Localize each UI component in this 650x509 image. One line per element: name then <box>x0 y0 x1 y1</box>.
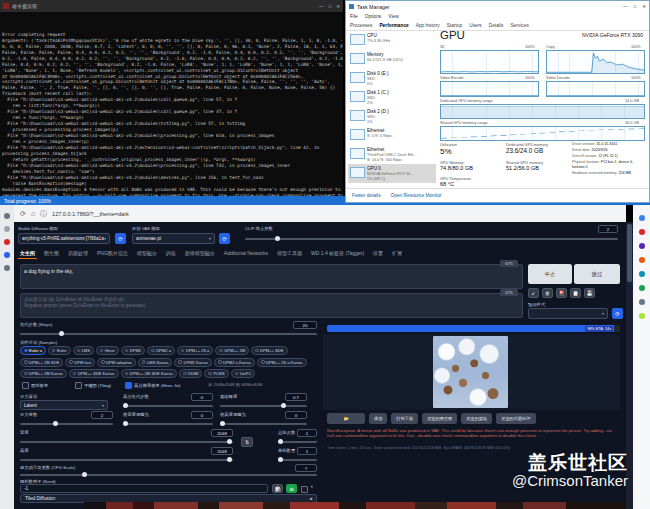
scrollbar-thumb[interactable] <box>627 224 632 282</box>
tab[interactable]: Users <box>469 23 482 28</box>
menu-item[interactable]: View <box>388 14 398 19</box>
address-bar[interactable]: 127.0.0.1:7860/?__theme=dark <box>52 211 129 217</box>
performance-sidebar-item[interactable]: Disk 0 (E:) SSD 0% <box>348 69 436 88</box>
sd-tab[interactable]: 文生图 <box>18 248 37 259</box>
sampler-option[interactable]: LMS Karras <box>138 358 173 367</box>
minimize-button[interactable]: — <box>319 4 324 9</box>
height-value[interactable]: 2048 <box>211 447 233 455</box>
performance-sidebar-item[interactable]: Memory 60.1/111.9 GB (54%) <box>348 50 436 69</box>
slider-knob[interactable] <box>227 439 232 444</box>
maximize-button[interactable]: □ <box>634 4 637 9</box>
sampler-option[interactable]: DPM++ 2S a Karras <box>257 358 307 367</box>
resize-height-value[interactable]: 0 <box>285 411 307 419</box>
clip-skip-slider[interactable] <box>245 238 618 240</box>
batch-size-slider[interactable] <box>278 459 317 461</box>
browser-sidebar-icon[interactable] <box>4 265 10 271</box>
sampler-option[interactable]: DPM++ 2M SDE Karras <box>121 369 177 378</box>
sampler-option[interactable]: Euler <box>48 346 71 355</box>
browser-sidebar-icon[interactable] <box>4 213 10 219</box>
slider-knob[interactable] <box>281 403 286 408</box>
browser-extension-icon[interactable] <box>639 243 645 249</box>
task-manager-titlebar[interactable]: Task Manager — □ ✕ <box>346 1 649 12</box>
fewer-details-link[interactable]: Fewer details <box>352 193 381 198</box>
sd-tab[interactable]: 超级模型融合 <box>183 248 217 259</box>
slider-knob[interactable] <box>278 457 283 462</box>
close-button[interactable]: ✕ <box>336 4 340 9</box>
browser-extension-icon[interactable] <box>639 215 645 221</box>
tab[interactable]: Processes <box>350 23 372 28</box>
chevron-down-icon[interactable]: ▼ <box>310 485 314 489</box>
hires-fix-checkbox[interactable]: 高分辨率修复 (Hires. fix) <box>125 382 181 389</box>
sampler-option[interactable]: DDIM <box>179 369 202 378</box>
slider-knob[interactable] <box>53 421 58 426</box>
performance-sidebar-item[interactable]: Ethernet S: 0 R: 0 Kbps <box>348 126 436 145</box>
tab[interactable]: Details <box>489 23 504 28</box>
sampler-option[interactable]: DPM++ 2M SDE <box>20 358 63 367</box>
upscale-by-value[interactable]: 2 <box>91 411 113 419</box>
browser-sidebar-icon[interactable] <box>4 239 10 245</box>
home-icon[interactable]: ⌂ <box>31 210 35 217</box>
prompt-tool-button[interactable]: 🗑 <box>542 288 553 298</box>
hires-steps-slider[interactable] <box>123 405 213 407</box>
sd-tab[interactable]: 扩展 <box>390 248 404 259</box>
denoising-slider[interactable] <box>220 405 307 407</box>
sampler-option[interactable]: DPM++ SDE <box>251 346 287 355</box>
console-titlebar[interactable]: 命令提示符 — □ ✕ <box>0 0 343 12</box>
gallery-action-button[interactable]: 打包下载 <box>391 413 418 424</box>
menu-item[interactable]: Options <box>365 14 382 19</box>
sampler-option[interactable]: Euler a <box>20 346 46 355</box>
skip-button[interactable]: 跳过 <box>574 264 620 284</box>
menu-item[interactable]: File <box>350 14 358 19</box>
tab[interactable]: Services <box>510 23 528 28</box>
tab[interactable]: Performance <box>379 23 408 28</box>
performance-sidebar-item[interactable]: Disk 1 (C:) SSD 2% <box>348 88 436 107</box>
sd-tab[interactable]: 模型融合 <box>135 248 159 259</box>
refresh-vae-button[interactable]: ⟳ <box>219 233 230 244</box>
browser-extension-icon[interactable] <box>639 257 645 263</box>
sampler-option[interactable]: Heun <box>96 346 119 355</box>
sampler-option[interactable]: UniPC <box>231 369 256 378</box>
batch-count-value[interactable]: 1 <box>297 429 317 437</box>
batch-size-value[interactable]: 1 <box>297 447 317 455</box>
swap-dimensions-button[interactable]: ⇅ <box>241 437 253 447</box>
gallery-action-button[interactable]: 发送到后期处理 <box>496 413 535 424</box>
generated-image-preview[interactable] <box>433 336 508 408</box>
resize-width-slider[interactable] <box>123 423 213 425</box>
performance-sidebar-item[interactable]: GPU 0 NVIDIA GeForce RTX 30... 5% (68°C) <box>348 164 436 183</box>
extra-seed-checkbox[interactable] <box>301 486 308 493</box>
prompt-textarea[interactable]: a dog flying in the sky, <box>20 264 523 289</box>
tab[interactable]: Startup <box>447 23 462 28</box>
sd-tab[interactable]: 图生图 <box>42 248 61 259</box>
sd-tab[interactable]: 模型工具箱 <box>275 248 304 259</box>
gallery-action-button[interactable]: 发送到重绘 <box>461 413 492 424</box>
prompt-tool-button[interactable]: 💾 <box>584 288 595 298</box>
browser-sidebar-icon[interactable] <box>4 252 10 258</box>
close-button[interactable]: ✕ <box>642 4 646 9</box>
maximize-button[interactable]: □ <box>329 4 332 9</box>
sd-tab[interactable]: WD 1.4 标签器 (Tagger) <box>309 248 366 259</box>
cfg-scale-value[interactable]: 7 <box>295 464 317 472</box>
slider-knob[interactable] <box>220 421 225 426</box>
reuse-seed-button[interactable]: ♻ <box>286 484 297 493</box>
cfg-scale-slider[interactable] <box>20 474 317 476</box>
steps-value[interactable]: 20 <box>293 321 317 329</box>
sampler-option[interactable]: DPM++ 2M Karras <box>20 369 67 378</box>
refresh-styles-button[interactable]: ⟳ <box>612 308 623 319</box>
browser-extension-icon[interactable] <box>639 271 645 277</box>
upscaler-dropdown[interactable]: Latent ▾ <box>20 400 108 410</box>
restore-faces-checkbox[interactable]: 面部修复 <box>22 382 48 389</box>
prompt-tool-button[interactable]: 📋 <box>570 288 581 298</box>
gallery-action-button[interactable]: 保存 <box>369 413 387 424</box>
sd-tab[interactable]: Additional Networks <box>222 248 270 259</box>
upscale-by-slider[interactable] <box>20 423 113 425</box>
prompt-tool-button[interactable]: 🎴 <box>556 288 567 298</box>
tab[interactable]: App history <box>416 23 440 28</box>
batch-count-slider[interactable] <box>278 441 317 443</box>
browser-extension-icon[interactable] <box>639 229 645 235</box>
sampler-option[interactable]: LMS <box>73 346 94 355</box>
steps-slider[interactable] <box>20 333 317 335</box>
slider-knob[interactable] <box>227 457 232 462</box>
slider-knob[interactable] <box>275 236 280 241</box>
open-folder-button[interactable]: 📂 <box>327 413 365 424</box>
performance-sidebar-item[interactable]: Disk 2 (D:) SSD 1% <box>348 107 436 126</box>
